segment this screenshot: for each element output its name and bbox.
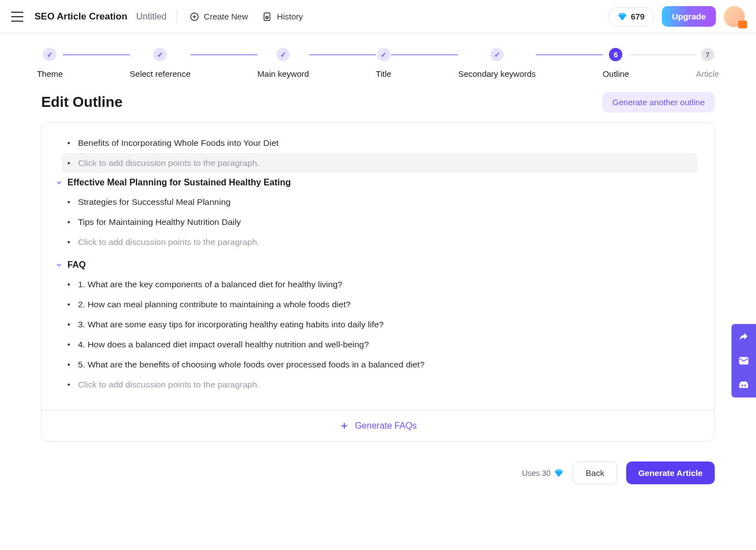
share-icon[interactable] [731, 324, 756, 348]
plus-circle-icon [189, 12, 199, 22]
outline-card: Benefits of Incorporating Whole Foods in… [41, 122, 715, 441]
footer: Uses 30 Back Generate Article [0, 441, 756, 484]
history-icon [262, 12, 272, 22]
topbar: SEO Article Creation Untitled Create New… [0, 0, 756, 33]
generate-faqs-button[interactable]: Generate FAQs [42, 410, 714, 441]
history-button[interactable]: History [260, 9, 305, 24]
list-item[interactable]: Tips for Maintaining Healthy Nutrition D… [55, 212, 698, 232]
step-secondary-keywords[interactable]: ✓ Secondary keywords [458, 48, 535, 78]
stepper: ✓ Theme ✓ Select reference ✓ Main keywor… [0, 33, 756, 85]
step-select-reference[interactable]: ✓ Select reference [130, 48, 191, 78]
diamond-icon [617, 12, 627, 22]
step-title[interactable]: ✓ Title [376, 48, 392, 78]
menu-icon[interactable] [11, 12, 23, 22]
list-item[interactable]: 3. What are some easy tips for incorpora… [55, 315, 698, 335]
generate-article-button[interactable]: Generate Article [626, 461, 715, 484]
discord-icon[interactable] [731, 373, 756, 397]
generate-another-outline-button[interactable]: Generate another outline [602, 92, 715, 112]
chevron-down-icon [55, 261, 63, 269]
section-title: FAQ [67, 260, 86, 270]
section-header[interactable]: FAQ [55, 256, 698, 274]
back-button[interactable]: Back [573, 461, 617, 484]
upgrade-button[interactable]: Upgrade [662, 6, 716, 27]
section-header[interactable]: Effective Meal Planning for Sustained He… [55, 173, 698, 192]
avatar[interactable] [724, 6, 745, 27]
step-article[interactable]: 7 Article [696, 48, 719, 78]
diamond-icon [554, 468, 564, 478]
app-title: SEO Article Creation [35, 11, 128, 22]
credits-pill[interactable]: 679 [608, 7, 654, 26]
page-title: Edit Outline [41, 94, 123, 111]
create-new-label: Create New [204, 12, 248, 21]
outline-scroll[interactable]: Benefits of Incorporating Whole Foods in… [42, 123, 714, 410]
list-item[interactable]: 2. How can meal planning contribute to m… [55, 294, 698, 315]
uses-label: Uses 30 [522, 468, 564, 478]
side-rail [731, 324, 756, 397]
credits-value: 679 [631, 12, 645, 21]
divider [177, 10, 177, 23]
list-item[interactable]: Benefits of Incorporating Whole Foods in… [55, 133, 698, 153]
list-item[interactable]: 1. What are the key components of a bala… [55, 274, 698, 294]
list-item[interactable]: Strategies for Successful Meal Planning [55, 192, 698, 212]
doc-title[interactable]: Untitled [136, 12, 167, 22]
create-new-button[interactable]: Create New [187, 9, 250, 24]
history-label: History [277, 12, 303, 21]
add-point-placeholder[interactable]: Click to add discussion points to the pa… [55, 375, 698, 395]
list-item[interactable]: 4. How does a balanced diet impact overa… [55, 335, 698, 355]
mail-icon[interactable] [731, 348, 756, 373]
list-item[interactable]: 5. What are the benefits of choosing who… [55, 355, 698, 375]
add-point-placeholder[interactable]: Click to add discussion points to the pa… [62, 153, 698, 173]
step-main-keyword[interactable]: ✓ Main keyword [257, 48, 309, 78]
chevron-down-icon [55, 179, 63, 186]
section-title: Effective Meal Planning for Sustained He… [67, 178, 291, 188]
add-point-placeholder[interactable]: Click to add discussion points to the pa… [55, 232, 698, 252]
step-outline[interactable]: 6 Outline [603, 48, 630, 78]
plus-icon [339, 421, 349, 431]
generate-faqs-label: Generate FAQs [355, 421, 417, 431]
step-theme[interactable]: ✓ Theme [37, 48, 63, 78]
